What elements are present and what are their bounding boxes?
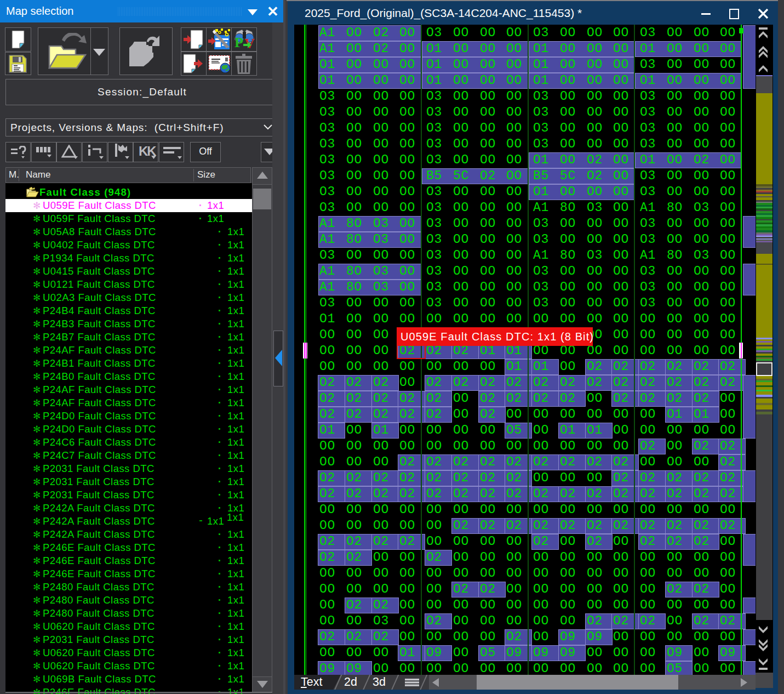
svg-text:P: P [234,35,243,50]
svg-text:V: V [244,36,255,50]
